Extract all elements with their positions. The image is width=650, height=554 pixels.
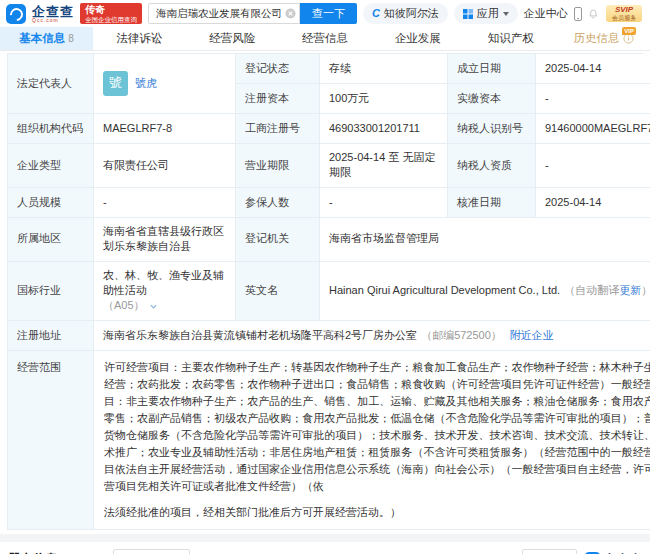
nearby-companies-link[interactable]: 附近企业 [510,328,554,343]
industry-cell: 农、林、牧、渔专业及辅助性活动 （A05） [94,262,236,321]
tab-basic-info[interactable]: 基本信息 8 [0,27,93,50]
field-label: 经营范围 [8,351,94,530]
address-value: 海南省乐东黎族自治县黄流镇铺村老机场隆平高科2号厂房办公室 [103,328,417,343]
tab-company-development[interactable]: 企业发展 [371,27,464,50]
svip-badge[interactable]: SVIP 会员服务 [606,5,642,22]
tab-operating-info[interactable]: 经营信息 [279,27,372,50]
qcc-logo: 企查查 Qcc.com [32,5,74,23]
business-scope-cell: 许可经营项目：主要农作物种子生产；转基因农作物种子生产；粮食加工食品生产；农作物… [94,351,650,530]
field-value: - [94,188,236,218]
field-value: 海南省省直辖县级行政区划乐东黎族自治县 [94,218,236,262]
svip-label: SVIP [612,6,636,15]
field-value: 469033001201711 [320,114,448,144]
enterprise-center-link[interactable]: 企业中心 [524,6,568,21]
english-name-value: Hainan Qirui Agricultural Development Co… [329,283,560,298]
field-value: 2025-04-14 [536,54,650,84]
section-divider [0,534,650,542]
legal-rep-cell: 號 號虎 [94,54,236,114]
vip-badge: VIP [622,27,636,35]
zhibei-alpha-button[interactable]: C 知彼阿尔法 [363,3,448,24]
field-value: 存续 [320,54,448,84]
field-label: 人员规模 [8,188,94,218]
export-button[interactable]: 导出 [522,549,577,554]
search-input[interactable] [148,3,300,24]
zhibei-c-icon: C [372,8,380,19]
tab-intellectual-property[interactable]: 知识产权 [464,27,557,50]
zhibei-label: 知彼阿尔法 [384,6,439,21]
field-value: - [536,144,650,188]
business-scope-text-2: 法须经批准的项目，经相关部门批准后方可开展经营活动。） [104,504,650,521]
field-value: MAEGLRF7-8 [94,114,236,144]
field-label: 组织机构代码 [8,114,94,144]
mobile-app-icon[interactable] [574,7,582,21]
svip-sublabel: 会员服务 [612,15,636,22]
tab-operating-risk[interactable]: 经营风险 [186,27,279,50]
field-label: 实缴资本 [448,84,536,114]
field-label: 注册资本 [236,84,320,114]
field-label: 纳税人资质 [448,144,536,188]
update-translation-link[interactable]: 更新 [619,283,641,298]
field-value: 100万元 [320,84,448,114]
logo-title: 企查查 [32,5,74,18]
equity-structure-button[interactable]: 股权结构 [113,549,190,554]
industry-value: 农、林、牧、渔专业及辅助性活动 [103,268,226,299]
field-label: 纳税人识别号 [448,114,536,144]
shareholders-section: 股东信息 1 股权结构 导出 [0,542,650,554]
shareholders-header: 股东信息 1 股权结构 导出 [8,549,642,554]
apps-menu-button[interactable]: 应用 [454,3,518,24]
industry-code: （A05） [103,298,145,313]
tab-count: 8 [68,33,74,44]
field-value: 有限责任公司 [94,144,236,188]
english-name-cell: Hainan Qirui Agricultural Development Co… [320,262,650,321]
field-label: 注册地址 [8,321,94,351]
postcode: （邮编572500） [421,328,502,343]
field-label: 核准日期 [448,188,536,218]
field-label: 企业类型 [8,144,94,188]
search-box [148,3,300,25]
qcc-watermark: 企查查 [585,551,642,554]
basic-info-table: 法定代表人 號 號虎 登记状态 存续 成立日期 2025-04-14 注册资本 … [7,53,643,530]
field-label: 法定代表人 [8,54,94,114]
tab-legal-litigation[interactable]: 法律诉讼 [93,27,186,50]
search-button[interactable]: 查一下 [300,3,357,24]
field-label: 英文名 [236,262,320,321]
legal-rep-avatar: 號 [103,71,128,96]
field-label: 登记状态 [236,54,320,84]
business-scope-text: 许可经营项目：主要农作物种子生产；转基因农作物种子生产；粮食加工食品生产；农作物… [104,359,650,495]
section-tabs: 基本信息 8 法律诉讼 经营风险 经营信息 企业发展 知识产权 历史信息 VIP [0,27,650,51]
apps-grid-icon [463,9,473,19]
field-label: 参保人数 [236,188,320,218]
apps-label: 应用 [477,6,499,21]
top-bar: 企查查 Qcc.com 传奇 全国企业信用查询 查一下 C 知彼阿尔法 应用 企… [0,0,650,27]
tab-history-info[interactable]: 历史信息 VIP [557,27,650,50]
clear-search-icon[interactable] [285,8,296,19]
qcc-logo-icon [6,4,26,24]
field-value: 2025-04-14 [536,188,650,218]
notification-bell-icon[interactable] [588,7,599,21]
field-label: 国标行业 [8,262,94,321]
expand-chevron-icon[interactable] [149,302,158,311]
field-value: 海南省市场监督管理局 [320,218,650,262]
field-value: - [536,84,650,114]
field-label: 成立日期 [448,54,536,84]
field-value: 2025-04-14 至 无固定期限 [320,144,448,188]
auto-translate-note: （自动翻译 [564,283,619,298]
field-label: 工商注册号 [236,114,320,144]
field-value: 91460000MAEGLRF78Y [536,114,650,144]
field-label: 登记机关 [236,218,320,262]
address-cell: 海南省乐东黎族自治县黄流镇铺村老机场隆平高科2号厂房办公室 （邮编572500）… [94,321,650,351]
field-label: 营业期限 [236,144,320,188]
field-value: - [320,188,448,218]
field-label: 所属地区 [8,218,94,262]
credit-query-badge: 传奇 全国企业信用查询 [80,3,142,24]
chevron-down-icon [503,12,509,16]
legal-rep-link[interactable]: 號虎 [135,76,157,91]
